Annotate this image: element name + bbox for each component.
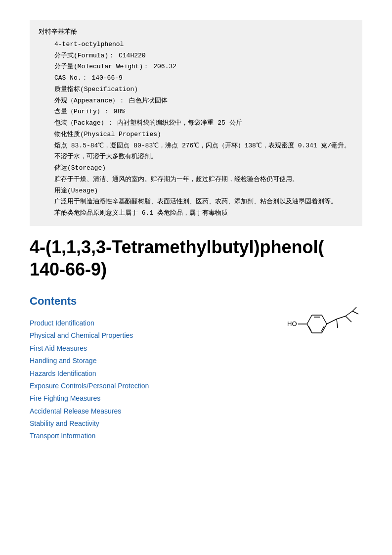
svg-line-17 <box>352 311 358 314</box>
contents-link[interactable]: Stability and Reactivity <box>30 419 99 427</box>
svg-line-11 <box>327 319 337 324</box>
molecule-structure: HO <box>283 297 362 347</box>
chinese-line: 苯酚类危险品原则意义上属于 6.1 类危险品，属于有毒物质 <box>54 208 353 219</box>
svg-line-4 <box>322 315 327 324</box>
svg-line-15 <box>346 316 351 322</box>
svg-text:HO: HO <box>287 320 297 327</box>
svg-line-13 <box>337 319 338 328</box>
contents-link[interactable]: First Aid Measures <box>30 344 87 352</box>
svg-line-9 <box>308 326 311 331</box>
contents-link[interactable]: Transport Information <box>30 432 95 440</box>
contents-links: Contents Product IdentificationPhysical … <box>30 292 283 443</box>
chinese-line: 用途(Useage) <box>54 185 353 197</box>
chinese-top-title: 对特辛基苯酚 <box>39 27 353 38</box>
contents-link[interactable]: Accidental Release Measures <box>30 407 121 415</box>
svg-line-2 <box>307 315 312 324</box>
chinese-line: 广泛用于制造油溶性辛基酚醛树脂、表面活性剂、医药、农药、添加剂、粘合剂以及油墨固… <box>54 196 353 208</box>
contents-link[interactable]: Handling and Storage <box>30 357 96 365</box>
svg-line-16 <box>352 307 356 311</box>
contents-link[interactable]: Exposure Controls/Personal Protection <box>30 382 149 390</box>
contents-link[interactable]: Hazards Identification <box>30 370 96 377</box>
chinese-line: 物化性质(Physical Properties) <box>54 129 353 140</box>
chinese-content: 4-tert-octylphenol分子式(Formula)： C14H220分… <box>39 39 353 219</box>
chinese-line: 外观（Appearance）： 白色片状固体 <box>54 95 353 107</box>
contents-heading: Contents <box>30 292 283 310</box>
contents-link[interactable]: Physical and Chemical Properties <box>30 331 133 339</box>
svg-line-12 <box>337 316 346 319</box>
chinese-line: 分子量(Molecular Weight)： 206.32 <box>54 61 353 73</box>
chinese-line: 贮存于干燥、清洁、通风的室内。贮存期为一年，超过贮存期，经检验合格仍可使用。 <box>54 174 353 185</box>
chemical-title: 4-(1,1,3,3-Tetramethylbutyl)phenol( 140-… <box>30 236 362 280</box>
chinese-line: 质量指标(Specification) <box>54 84 353 95</box>
svg-line-14 <box>346 311 352 316</box>
chinese-line: CAS No.： 140-66-9 <box>54 73 353 84</box>
chinese-line: 分子式(Formula)： C14H220 <box>54 50 353 62</box>
chinese-line: 含量（Purity）： 98% <box>54 106 353 118</box>
chinese-info-box: 对特辛基苯酚 4-tert-octylphenol分子式(Formula)： C… <box>30 20 362 226</box>
contents-link[interactable]: Fire Fighting Measures <box>30 394 100 402</box>
chinese-line: 4-tert-octylphenol <box>54 39 353 50</box>
contents-list: Product IdentificationPhysical and Chemi… <box>30 318 283 442</box>
contents-link[interactable]: Product Identification <box>30 319 94 327</box>
chinese-line: 包装（Package）： 内衬塑料袋的编织袋中，每袋净重 25 公斤 <box>54 118 353 129</box>
contents-section: Contents Product IdentificationPhysical … <box>30 292 362 443</box>
chinese-line: 熔点 83.5-84℃，凝固点 80-83℃，沸点 276℃，闪点（开杯）138… <box>54 140 353 163</box>
chinese-line: 储运(Storeage) <box>54 163 353 174</box>
